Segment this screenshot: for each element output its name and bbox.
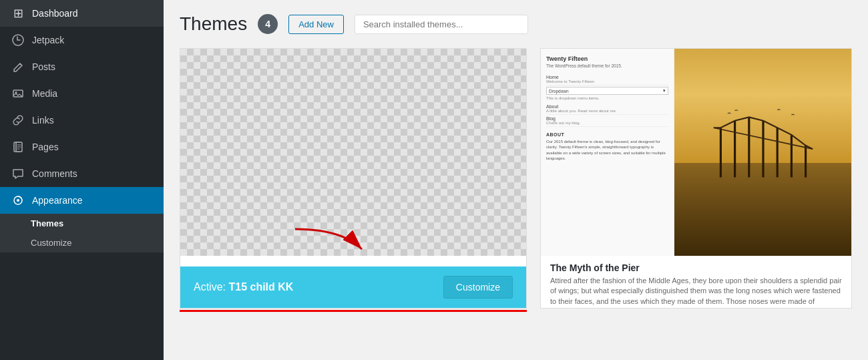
add-new-button[interactable]: Add New [288, 15, 344, 34]
main-content: Themes 4 Add New Active: T15 child KK Cu… [164, 0, 868, 360]
sidebar-item-customize[interactable]: Customize [0, 233, 164, 252]
sidebar-item-pages[interactable]: Pages [0, 134, 164, 160]
tf-about-section: ABOUT [546, 132, 668, 137]
sidebar-item-links[interactable]: Links [0, 107, 164, 134]
sidebar-item-dashboard[interactable]: ⊞ Dashboard [0, 0, 164, 27]
sidebar-item-label: Links [32, 115, 54, 126]
sidebar-item-label: Pages [32, 142, 59, 152]
page-header: Themes 4 Add New [180, 13, 852, 35]
sidebar: ⊞ Dashboard Jetpack Posts Media Links Pa… [0, 0, 164, 360]
sidebar-item-label: Comments [32, 168, 77, 179]
links-icon [11, 113, 25, 128]
active-theme-name: T15 child KK [228, 281, 293, 293]
tf-theme-subtitle: The WordPress default theme for 2015. [546, 63, 668, 68]
posts-icon [11, 59, 25, 74]
theme-preview-right [674, 49, 851, 256]
active-theme-container: Active: T15 child KK Customize [180, 48, 527, 312]
theme-count-badge: 4 [258, 14, 278, 34]
customize-button[interactable]: Customize [443, 276, 513, 299]
sidebar-item-label: Dashboard [32, 8, 78, 19]
search-input[interactable] [355, 15, 528, 34]
sidebar-item-jetpack[interactable]: Jetpack [0, 27, 164, 53]
sidebar-item-comments[interactable]: Comments [0, 160, 164, 187]
comments-icon [11, 166, 25, 181]
tf-nav-dropdown: Dropdown ▾ [546, 87, 668, 95]
sidebar-item-label: Media [32, 88, 57, 99]
sidebar-item-posts[interactable]: Posts [0, 53, 164, 80]
tf-nav-blog: Blog Check out my blog. [546, 115, 668, 127]
theme-preview-left: Twenty Fifteen The WordPress default the… [541, 49, 674, 256]
page-title: Themes [180, 13, 247, 35]
tf-about-body: Our 2015 default theme is clean, blog-fo… [546, 139, 668, 162]
second-theme-name: The Myth of the Pier Attired after the f… [550, 262, 842, 309]
active-theme-card: Active: T15 child KK Customize [180, 48, 527, 309]
theme-preview-checker [180, 49, 526, 256]
appearance-icon [11, 193, 25, 208]
sidebar-item-themes[interactable]: Themes [0, 214, 164, 233]
tf-theme-title: Twenty Fifteen [546, 55, 668, 62]
theme-preview-area: Twenty Fifteen The WordPress default the… [541, 49, 851, 256]
jetpack-icon [11, 33, 25, 47]
active-theme-label: Active: T15 child KK [194, 281, 293, 293]
pier-image [674, 49, 851, 256]
sidebar-item-label: Posts [32, 61, 55, 72]
dashboard-icon: ⊞ [11, 6, 25, 21]
sidebar-item-media[interactable]: Media [0, 80, 164, 107]
pages-icon [11, 140, 25, 154]
sidebar-item-appearance[interactable]: Appearance [0, 187, 164, 214]
pier-svg [692, 90, 834, 194]
sidebar-submenu-appearance: Themes Customize [0, 214, 164, 252]
sidebar-item-label: Appearance [32, 195, 83, 206]
tf-nav-home: Home Welcome to Twenty Fifteen [546, 73, 668, 85]
active-theme-bar: Active: T15 child KK Customize [180, 266, 526, 308]
sidebar-item-label: Jetpack [32, 35, 64, 45]
themes-grid: Active: T15 child KK Customize [180, 48, 852, 312]
theme-card-info: The Myth of the Pier Attired after the f… [541, 256, 851, 309]
twenty-fifteen-card[interactable]: Twenty Fifteen The WordPress default the… [540, 48, 852, 309]
media-icon [11, 86, 25, 101]
tf-nav-about: About A little about you. Read more abou… [546, 103, 668, 115]
red-underline [180, 310, 527, 312]
svg-point-6 [17, 199, 19, 202]
